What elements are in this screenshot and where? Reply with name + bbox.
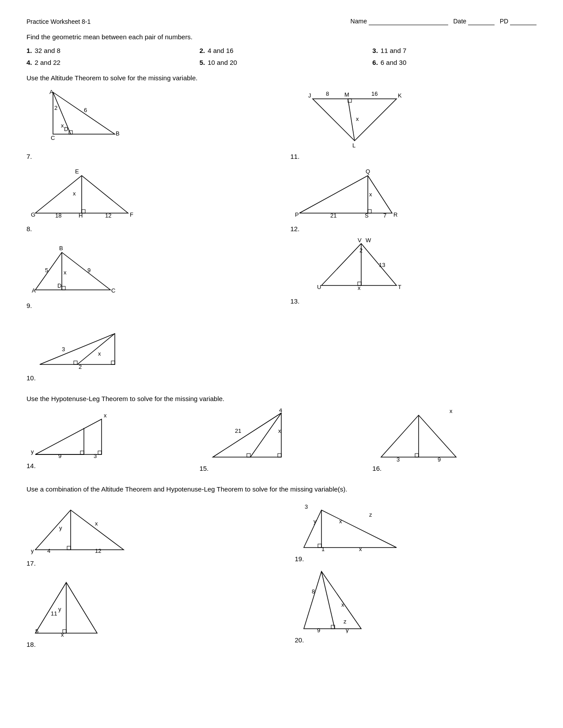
svg-text:x: x	[359, 546, 362, 552]
section3-instruction: Use the Hypotenuse-Leg Theorem to solve …	[26, 395, 537, 402]
svg-text:E: E	[75, 168, 79, 175]
svg-text:x: x	[98, 350, 101, 357]
svg-line-77	[250, 413, 281, 457]
name-field: Name Date PD	[351, 18, 537, 25]
svg-text:3: 3	[305, 503, 308, 510]
problem-15-figure: 21 x 4 15.	[200, 409, 364, 472]
svg-text:R: R	[393, 211, 397, 218]
svg-text:1: 1	[321, 546, 325, 552]
svg-text:3: 3	[397, 456, 400, 462]
svg-marker-67	[35, 419, 102, 454]
svg-text:D: D	[64, 126, 68, 132]
svg-text:D: D	[57, 282, 61, 289]
svg-marker-30	[40, 334, 115, 364]
problem-14-figure: y x 9 3 14.	[26, 410, 191, 472]
svg-text:8: 8	[326, 90, 329, 97]
svg-text:9: 9	[58, 453, 61, 459]
svg-marker-37	[313, 99, 397, 141]
problem-16-figure: x 3 9 16.	[372, 409, 537, 472]
section4-instruction: Use a combination of the Altitude Theore…	[26, 485, 537, 493]
svg-text:A: A	[32, 287, 36, 294]
svg-text:12: 12	[105, 212, 111, 219]
svg-rect-91	[67, 546, 71, 550]
problem-11-svg: J K L M 8 16 x	[291, 88, 410, 150]
svg-text:x: x	[104, 412, 107, 419]
svg-text:7: 7	[383, 212, 386, 219]
svg-text:12: 12	[95, 548, 101, 554]
svg-line-38	[348, 99, 355, 141]
svg-text:V: V	[358, 237, 362, 244]
svg-text:5: 5	[45, 267, 48, 274]
svg-text:y: y	[31, 448, 34, 455]
problem-18-figure: 5 11 y x 18.	[26, 571, 268, 648]
svg-text:z: z	[369, 511, 372, 518]
svg-marker-89	[35, 510, 124, 550]
problem-13-figure: V W T U x 13 2 13.	[291, 237, 537, 305]
svg-rect-71	[98, 451, 102, 454]
svg-text:x: x	[95, 520, 98, 527]
svg-marker-104	[304, 510, 397, 548]
problem-13-svg: V W T U x 13 2	[291, 237, 410, 294]
svg-line-114	[321, 571, 335, 629]
svg-text:G: G	[31, 211, 35, 218]
section1-problems: 1. 32 and 8 2. 4 and 16 3. 11 and 7 4. 2…	[26, 47, 537, 66]
svg-text:13: 13	[379, 262, 385, 268]
page-header: Practice Worksheet 8-1 Name Date PD	[26, 18, 537, 25]
svg-rect-33	[111, 361, 115, 364]
problem-14-svg: y x 9 3	[26, 410, 124, 459]
problem-4: 4. 2 and 22	[26, 59, 191, 66]
svg-text:4: 4	[47, 548, 50, 554]
svg-rect-106	[318, 544, 321, 548]
svg-text:S: S	[365, 212, 369, 219]
svg-text:8: 8	[312, 588, 315, 595]
svg-text:9: 9	[317, 627, 320, 633]
combo-figures: y x y 4 12 17. 5 11 y x 18.	[26, 499, 537, 653]
svg-text:4: 4	[279, 409, 282, 413]
svg-rect-32	[74, 361, 77, 364]
problem-17-svg: y x y 4 12	[26, 499, 141, 556]
problem-15-svg: 21 x 4	[200, 409, 297, 462]
svg-text:3: 3	[94, 453, 97, 459]
svg-text:9: 9	[438, 456, 441, 462]
svg-text:2: 2	[359, 247, 363, 254]
altitude-figures: A D C B 2 6 x 7. E G F H	[26, 88, 537, 386]
svg-text:T: T	[398, 284, 401, 290]
problem-12-svg: P R Q S 21 7 x	[291, 165, 410, 222]
svg-text:B: B	[116, 130, 120, 137]
problem-5: 5. 10 and 20	[200, 59, 364, 66]
svg-text:x: x	[356, 116, 359, 122]
svg-text:3: 3	[62, 346, 65, 353]
svg-text:x: x	[341, 601, 344, 608]
svg-text:K: K	[398, 92, 402, 99]
problem-16-svg: x 3 9	[372, 409, 469, 462]
svg-text:5: 5	[35, 628, 38, 634]
svg-text:6: 6	[84, 107, 87, 113]
svg-text:x: x	[61, 122, 64, 129]
svg-text:z: z	[344, 618, 347, 625]
svg-text:L: L	[352, 142, 355, 149]
svg-text:P: P	[295, 211, 299, 218]
svg-text:Q: Q	[366, 168, 370, 175]
problem-8-figure: E G F H x 18 12 8.	[26, 165, 273, 233]
problem-2: 2. 4 and 16	[200, 47, 364, 54]
svg-marker-57	[321, 244, 397, 285]
problem-19-svg: 3 y x 1 x z	[295, 499, 410, 552]
svg-rect-79	[278, 454, 281, 457]
svg-text:21: 21	[330, 212, 336, 219]
svg-text:x: x	[358, 285, 361, 291]
problem-10-figure: 3 x 2 10.	[26, 314, 273, 382]
svg-rect-78	[247, 454, 250, 457]
svg-text:x: x	[64, 269, 67, 276]
svg-text:21: 21	[235, 428, 241, 434]
svg-text:y: y	[58, 606, 61, 612]
problem-8-svg: E G F H x 18 12	[26, 165, 141, 222]
svg-text:M: M	[344, 91, 349, 98]
svg-text:y: y	[31, 548, 34, 554]
svg-text:W: W	[366, 237, 371, 244]
svg-text:16: 16	[371, 90, 378, 97]
problem-1: 1. 32 and 8	[26, 47, 191, 54]
svg-rect-70	[80, 451, 84, 454]
svg-text:J: J	[308, 92, 311, 99]
svg-marker-76	[213, 413, 281, 457]
svg-text:18: 18	[55, 212, 61, 219]
